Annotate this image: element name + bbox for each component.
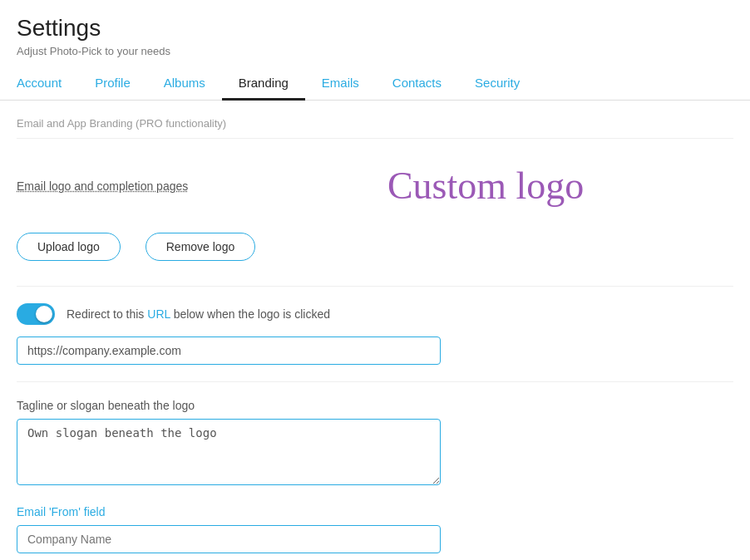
email-from-input[interactable] <box>17 525 441 553</box>
tab-security[interactable]: Security <box>458 67 536 101</box>
redirect-label-before: Redirect to this <box>67 307 147 321</box>
redirect-url-link[interactable]: URL <box>147 307 170 321</box>
nav-tabs: Account Profile Albums Branding Emails C… <box>0 67 750 101</box>
redirect-toggle-row: Redirect to this URL below when the logo… <box>17 303 733 325</box>
redirect-url-input[interactable] <box>17 336 441 365</box>
custom-logo-display: Custom logo <box>238 164 733 208</box>
logo-section: Email logo and completion pages Custom l… <box>17 164 733 208</box>
divider-2 <box>17 381 733 382</box>
tab-emails[interactable]: Emails <box>305 67 376 101</box>
tab-profile[interactable]: Profile <box>78 67 147 101</box>
remove-logo-button[interactable]: Remove logo <box>146 233 256 261</box>
page-header: Settings Adjust Photo-Pick to your needs <box>0 0 750 57</box>
page-subtitle: Adjust Photo-Pick to your needs <box>17 45 733 57</box>
tagline-textarea[interactable]: Own slogan beneath the logo <box>17 419 441 485</box>
tab-albums[interactable]: Albums <box>147 67 222 101</box>
tab-contacts[interactable]: Contacts <box>376 67 458 101</box>
redirect-label: Redirect to this URL below when the logo… <box>67 307 330 321</box>
email-from-group: Email 'From' field <box>17 505 733 553</box>
redirect-toggle[interactable] <box>17 303 55 325</box>
tab-account[interactable]: Account <box>17 67 78 101</box>
redirect-label-after: below when the logo is clicked <box>170 307 330 321</box>
logo-buttons: Upload logo Remove logo <box>17 233 733 261</box>
tab-branding[interactable]: Branding <box>222 67 305 101</box>
section-title: Email and App Branding (PRO functionalit… <box>17 117 733 139</box>
page-title: Settings <box>17 15 733 42</box>
toggle-slider <box>17 303 55 325</box>
tagline-label: Tagline or slogan beneath the logo <box>17 399 733 412</box>
email-from-label: Email 'From' field <box>17 505 733 518</box>
upload-logo-button[interactable]: Upload logo <box>17 233 121 261</box>
divider-1 <box>17 286 733 287</box>
logo-label-text: Email logo and completion pages <box>17 179 188 193</box>
logo-label: Email logo and completion pages <box>17 179 188 193</box>
content-area: Email and App Branding (PRO functionalit… <box>0 101 750 560</box>
tagline-group: Tagline or slogan beneath the logo Own s… <box>17 399 733 485</box>
